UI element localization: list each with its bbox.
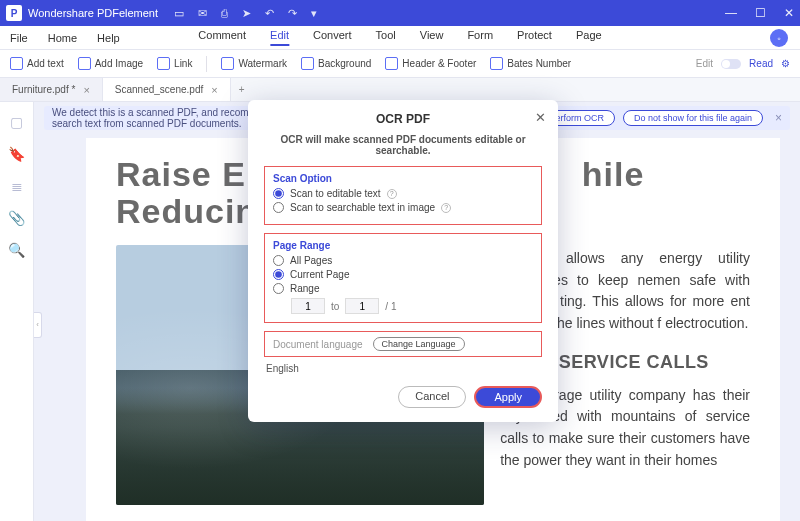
change-language-button[interactable]: Change Language — [373, 337, 465, 351]
open-icon[interactable]: ▭ — [174, 7, 184, 20]
apply-button[interactable]: Apply — [474, 386, 542, 408]
range-range-option[interactable]: Range — [273, 283, 533, 294]
tool-add-text[interactable]: Add text — [10, 57, 64, 70]
link-icon — [157, 57, 170, 70]
bates-icon — [490, 57, 503, 70]
range-current-radio[interactable] — [273, 269, 284, 280]
maximize-button[interactable]: ☐ — [755, 6, 766, 20]
range-from-input[interactable] — [291, 298, 325, 314]
mode-edit-label: Edit — [696, 58, 713, 69]
scan-option-group: Scan Option Scan to editable text ? Scan… — [264, 166, 542, 225]
mode-read-label: Read — [749, 58, 773, 69]
scan-editable-radio[interactable] — [273, 188, 284, 199]
tool-watermark[interactable]: Watermark — [221, 57, 287, 70]
menu-file[interactable]: File — [10, 32, 28, 44]
tab-close-icon[interactable]: × — [211, 84, 217, 96]
menu-tool[interactable]: Tool — [376, 29, 396, 46]
menu-page[interactable]: Page — [576, 29, 602, 46]
help-icon[interactable]: ? — [441, 203, 451, 213]
thumbnails-icon[interactable]: ▢ — [10, 114, 23, 130]
text-icon — [10, 57, 23, 70]
scan-editable-option[interactable]: Scan to editable text ? — [273, 188, 533, 199]
user-avatar-icon[interactable]: ◦ — [770, 29, 788, 47]
search-icon[interactable]: 🔍 — [8, 242, 25, 258]
redo-icon[interactable]: ↷ — [288, 7, 297, 20]
tab-furniture[interactable]: Furniture.pdf * × — [0, 78, 103, 101]
menu-help[interactable]: Help — [97, 32, 120, 44]
more-icon[interactable]: ▾ — [311, 7, 317, 20]
cancel-button[interactable]: Cancel — [398, 386, 466, 408]
document-tabs: Furniture.pdf * × Scanned_scene.pdf × + — [0, 78, 800, 102]
menu-home[interactable]: Home — [48, 32, 77, 44]
minimize-button[interactable]: ― — [725, 6, 737, 20]
menu-convert[interactable]: Convert — [313, 29, 352, 46]
scan-searchable-option[interactable]: Scan to searchable text in image ? — [273, 202, 533, 213]
close-button[interactable]: ✕ — [784, 6, 794, 20]
mail-icon[interactable]: ✉ — [198, 7, 207, 20]
share-icon[interactable]: ➤ — [242, 7, 251, 20]
background-icon — [301, 57, 314, 70]
language-value: English — [266, 363, 542, 374]
dismiss-ocr-button[interactable]: Do not show for this file again — [623, 110, 763, 126]
undo-icon[interactable]: ↶ — [265, 7, 274, 20]
tool-header-footer[interactable]: Header & Footer — [385, 57, 476, 70]
page-range-group: Page Range All Pages Current Page Range … — [264, 233, 542, 323]
window-controls: ― ☐ ✕ — [725, 6, 794, 20]
print-icon[interactable]: ⎙ — [221, 7, 228, 20]
app-title: Wondershare PDFelement — [28, 7, 158, 19]
left-sidebar: ▢ 🔖 ≣ 📎 🔍 — [0, 102, 34, 521]
language-row: Document language Change Language — [264, 331, 542, 357]
app-logo-icon: P — [6, 5, 22, 21]
banner-close-icon[interactable]: × — [775, 111, 782, 125]
edit-read-toggle[interactable] — [721, 59, 741, 69]
dialog-description: OCR will make scanned PDF documents edit… — [264, 134, 542, 156]
menu-protect[interactable]: Protect — [517, 29, 552, 46]
title-bar: P Wondershare PDFelement ▭ ✉ ⎙ ➤ ↶ ↷ ▾ ―… — [0, 0, 800, 26]
tab-label: Furniture.pdf * — [12, 84, 75, 95]
image-icon — [78, 57, 91, 70]
headerfooter-icon — [385, 57, 398, 70]
dialog-title: OCR PDF — [264, 112, 542, 126]
tool-link[interactable]: Link — [157, 57, 192, 70]
page-nav-handle[interactable]: ‹ — [34, 312, 42, 338]
language-label: Document language — [273, 339, 363, 350]
range-range-radio[interactable] — [273, 283, 284, 294]
dialog-close-icon[interactable]: ✕ — [535, 110, 546, 125]
range-all-radio[interactable] — [273, 255, 284, 266]
page-range-label: Page Range — [273, 240, 533, 251]
ocr-dialog: ✕ OCR PDF OCR will make scanned PDF docu… — [248, 100, 558, 422]
tool-background[interactable]: Background — [301, 57, 371, 70]
settings-gear-icon[interactable]: ⚙ — [781, 58, 790, 69]
menu-edit[interactable]: Edit — [270, 29, 289, 46]
titlebar-quick-actions: ▭ ✉ ⎙ ➤ ↶ ↷ ▾ — [174, 7, 317, 20]
tab-scanned-scene[interactable]: Scanned_scene.pdf × — [103, 78, 231, 101]
layers-icon[interactable]: ≣ — [11, 178, 23, 194]
attachment-icon[interactable]: 📎 — [8, 210, 25, 226]
range-to-input[interactable] — [345, 298, 379, 314]
scan-option-label: Scan Option — [273, 173, 533, 184]
range-all-option[interactable]: All Pages — [273, 255, 533, 266]
tool-add-image[interactable]: Add Image — [78, 57, 143, 70]
range-current-option[interactable]: Current Page — [273, 269, 533, 280]
menu-view[interactable]: View — [420, 29, 444, 46]
edit-toolbar: Add text Add Image Link Watermark Backgr… — [0, 50, 800, 78]
bookmark-icon[interactable]: 🔖 — [8, 146, 25, 162]
menu-bar: File Home Help Comment Edit Convert Tool… — [0, 26, 800, 50]
menu-comment[interactable]: Comment — [198, 29, 246, 46]
scan-searchable-radio[interactable] — [273, 202, 284, 213]
help-icon[interactable]: ? — [387, 189, 397, 199]
watermark-icon — [221, 57, 234, 70]
menu-form[interactable]: Form — [467, 29, 493, 46]
add-tab-button[interactable]: + — [231, 84, 253, 95]
tool-bates[interactable]: Bates Number — [490, 57, 571, 70]
tab-label: Scanned_scene.pdf — [115, 84, 203, 95]
tab-close-icon[interactable]: × — [83, 84, 89, 96]
